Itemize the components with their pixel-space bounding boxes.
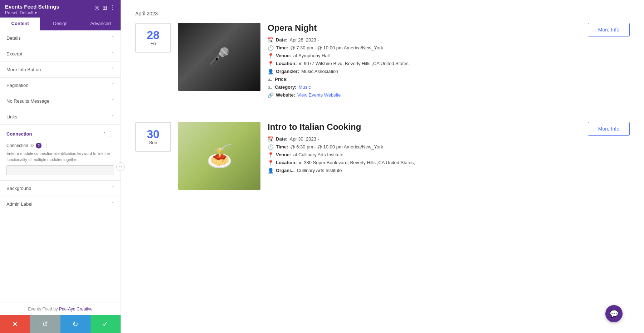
more-info-button-label: More Info Button	[6, 67, 41, 72]
opera-website-link[interactable]: View Events Website	[297, 92, 341, 98]
sidebar-header: Events Feed Settings Preset: Default ▾ ◎…	[0, 0, 121, 18]
opera-organizer-label: Organizer:	[276, 69, 299, 74]
sidebar: Events Feed Settings Preset: Default ▾ ◎…	[0, 0, 121, 333]
tab-content[interactable]: Content	[0, 18, 40, 30]
sidebar-item-links[interactable]: Links ˅	[0, 109, 121, 125]
opera-venue-label: Venue:	[276, 53, 291, 58]
cooking-venue-row: 📍 Venue: at Cullinary Arts Institute	[268, 152, 581, 158]
cooking-time-label: Time:	[276, 144, 288, 150]
date-num-cooking: 30	[140, 128, 167, 140]
resize-handle[interactable]: ↔	[116, 162, 125, 171]
opera-price-row: 🏷 Price:	[268, 77, 581, 82]
sidebar-item-excerpt[interactable]: Excerpt ˅	[0, 46, 121, 62]
cancel-button[interactable]: ✕	[0, 315, 30, 333]
chat-bubble[interactable]: 💬	[605, 305, 623, 322]
connection-id-label: Connection ID	[6, 143, 34, 148]
opera-venue-row: 📍 Venue: at Symphony Hall	[268, 53, 581, 59]
date-box-cooking: 30 Sun	[135, 122, 171, 152]
more-options-icon[interactable]: ⋮	[110, 4, 116, 11]
sidebar-item-details[interactable]: Details ˅	[0, 30, 121, 46]
connection-id-input[interactable]	[6, 165, 114, 175]
opera-price-label: Price:	[275, 77, 288, 82]
target-icon[interactable]: ◎	[94, 4, 99, 11]
footer-link[interactable]: Pee-Aye Creative	[59, 307, 93, 312]
footer-text: Events Feed by	[28, 307, 59, 312]
event-info-opera: Opera Night 📅 Date: Apr 28, 2023 - 🕐 Tim…	[268, 23, 581, 100]
sidebar-item-pagination[interactable]: Pagination ˅	[0, 78, 121, 93]
category-icon-opera: 🏷	[268, 84, 273, 90]
more-info-button-opera[interactable]: More Info	[588, 23, 630, 36]
help-icon[interactable]: ?	[36, 143, 42, 148]
redo-button[interactable]: ↻	[60, 315, 91, 333]
clock-icon-cooking: 🕐	[268, 144, 274, 150]
website-icon-opera: 🔗	[268, 92, 274, 98]
event-image-cooking	[178, 122, 260, 190]
cooking-date-label: Date:	[276, 136, 288, 142]
undo-button[interactable]: ↺	[30, 315, 60, 333]
opera-time-label: Time:	[276, 45, 288, 50]
event-card-opera-night: 28 Fri Opera Night 📅 Date: Apr 28, 2023 …	[135, 23, 630, 111]
details-label: Details	[6, 35, 21, 41]
sidebar-item-background[interactable]: Background ˅	[0, 181, 121, 196]
background-label: Background	[6, 186, 31, 191]
event-info-cooking: Intro to Italian Cooking 📅 Date: Apr 30,…	[268, 122, 581, 176]
cooking-location-row: 📍 Location: in 380 Super Boulevard, Beve…	[268, 160, 581, 166]
excerpt-label: Excerpt	[6, 51, 22, 57]
month-label: April 2023	[135, 11, 630, 16]
calendar-icon-cooking: 📅	[268, 136, 274, 142]
connection-id-more-icon[interactable]: ⋮	[44, 143, 49, 148]
save-button[interactable]: ✓	[91, 315, 121, 333]
sidebar-tabs: Content Design Advanced	[0, 18, 121, 30]
event-card-italian-cooking: 30 Sun Intro to Italian Cooking 📅 Date: …	[135, 122, 630, 201]
sidebar-item-no-results[interactable]: No Results Message ˅	[0, 93, 121, 109]
sidebar-footer: Events Feed by Pee-Aye Creative	[0, 303, 121, 315]
more-info-button-cooking[interactable]: More Info	[588, 122, 630, 136]
cooking-venue-label: Venue:	[276, 152, 291, 157]
sidebar-content: Details ˅ Excerpt ˅ More Info Button ˅ P…	[0, 30, 121, 333]
chevron-excerpt-icon: ˅	[112, 51, 114, 57]
cooking-organizer-value: Cullinary Arts Institute	[297, 168, 342, 173]
links-label: Links	[6, 114, 17, 119]
grid-icon[interactable]: ⊞	[102, 4, 107, 11]
chevron-links-icon: ˅	[112, 114, 114, 119]
chevron-admin-label-icon: ˅	[112, 201, 114, 207]
sidebar-item-more-info-button[interactable]: More Info Button ˅	[0, 62, 121, 78]
cooking-date-value: Apr 30, 2023 -	[290, 136, 319, 142]
opera-organizer-value: Music Association	[301, 69, 338, 74]
tab-design[interactable]: Design	[40, 18, 80, 30]
opera-date-row: 📅 Date: Apr 28, 2023 -	[268, 37, 581, 43]
connection-more-icon[interactable]: ⋮	[108, 130, 114, 138]
cooking-location-value: in 380 Super Boulevard, Beverly Hills ,C…	[299, 160, 415, 165]
tab-advanced[interactable]: Advanced	[80, 18, 121, 30]
opera-time-value: @ 7:30 pm - @ 10:00 pm America/New_York	[290, 45, 383, 50]
cooking-time-value: @ 6:30 pm - @ 10:00 pm America/New_York	[290, 144, 383, 150]
date-day-cooking: Sun	[140, 140, 167, 145]
chevron-details-icon: ˅	[112, 35, 114, 41]
event-title-cooking: Intro to Italian Cooking	[268, 122, 581, 132]
person-icon-opera: 👤	[268, 69, 274, 74]
chevron-no-results-icon: ˅	[112, 98, 114, 104]
event-image-opera	[178, 23, 260, 91]
date-day-opera: Fri	[140, 41, 167, 46]
person-icon-cooking: 👤	[268, 168, 274, 173]
sidebar-item-admin-label[interactable]: Admin Label ˅	[0, 196, 121, 212]
date-box-opera: 28 Fri	[135, 23, 171, 53]
event-title-opera: Opera Night	[268, 23, 581, 33]
chevron-pagination-icon: ˅	[112, 83, 114, 88]
connection-description: Enter a module connection identification…	[6, 151, 114, 162]
cooking-time-row: 🕐 Time: @ 6:30 pm - @ 10:00 pm America/N…	[268, 144, 581, 150]
sidebar-title: Events Feed Settings	[5, 4, 59, 10]
opera-website-row: 🔗 Website: View Events Website	[268, 92, 581, 98]
main-content: April 2023 28 Fri Opera Night 📅 Date: Ap…	[121, 0, 644, 333]
date-num-opera: 28	[140, 29, 167, 41]
connection-label: Connection	[6, 131, 32, 137]
opera-website-label: Website:	[276, 92, 295, 98]
opera-location-label: Location:	[276, 61, 297, 66]
clock-icon-opera: 🕐	[268, 45, 274, 51]
opera-category-link[interactable]: Music	[299, 84, 311, 90]
opera-date-label: Date:	[276, 37, 288, 43]
connection-header[interactable]: Connection ˄ ⋮	[0, 125, 121, 143]
pin-icon-opera-venue: 📍	[268, 53, 274, 59]
cooking-venue-value: at Cullinary Arts Institute	[293, 152, 343, 157]
sidebar-preset[interactable]: Preset: Default ▾	[5, 10, 59, 15]
